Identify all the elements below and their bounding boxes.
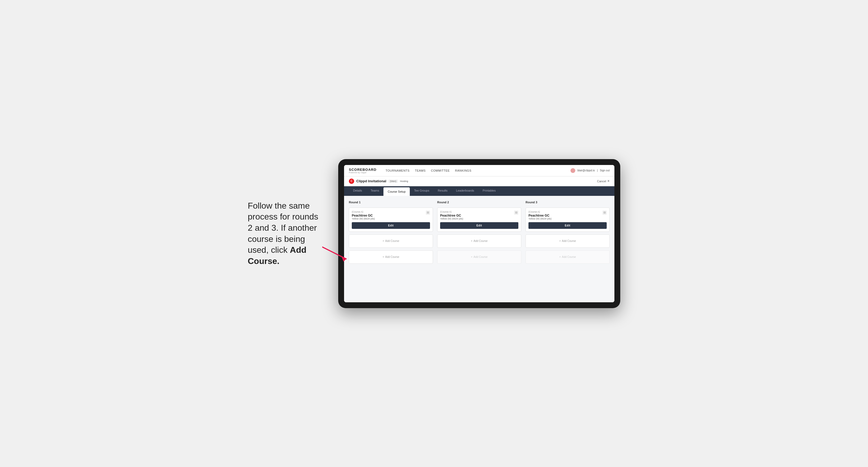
tournament-name: Clippd Invitational	[356, 179, 386, 183]
page-wrapper: Follow the same process for rounds 2 and…	[248, 159, 620, 308]
tab-leaderboards[interactable]: Leaderboards	[452, 186, 478, 196]
edit-course-button[interactable]: Edit	[440, 222, 518, 229]
add-course-button-r3-slot1[interactable]: + Add Course	[526, 235, 610, 248]
nav-separator: |	[597, 169, 598, 172]
tab-course-setup[interactable]: Course Setup	[383, 187, 410, 196]
plus-icon: +	[559, 255, 561, 258]
rounds-grid: Round 1 (Course A) Peachtree GC Yellow (…	[349, 200, 610, 264]
course-tag: (Course A)	[440, 211, 463, 213]
plus-icon: +	[471, 255, 473, 258]
plus-icon: +	[559, 240, 561, 242]
round-2-label: Round 2	[437, 200, 521, 204]
tab-tee-groups[interactable]: Tee Groups	[410, 186, 433, 196]
round-2-column: Round 2 (Course A) Peachtree GC Yellow (…	[437, 200, 521, 264]
delete-course-icon[interactable]: ⊟	[426, 211, 430, 215]
round-1-column: Round 1 (Course A) Peachtree GC Yellow (…	[349, 200, 433, 264]
course-card-header: (Course A) Peachtree GC Yellow (M) (6629…	[528, 211, 607, 220]
course-name: Peachtree GC	[440, 214, 463, 217]
add-course-button-r3-slot2: + Add Course	[526, 250, 610, 264]
course-tee: Yellow (M) (6629 yds)	[352, 217, 375, 220]
add-course-label: Add Course	[385, 240, 399, 242]
add-course-label: Add Course	[562, 255, 576, 258]
course-name: Peachtree GC	[528, 214, 552, 217]
course-tee: Yellow (M) (6629 yds)	[528, 217, 552, 220]
tournament-gender: (Men)	[389, 180, 398, 183]
add-course-label: Add Course	[562, 240, 576, 242]
round-3-label: Round 3	[526, 200, 610, 204]
tab-printables[interactable]: Printables	[478, 186, 500, 196]
plus-icon: +	[383, 255, 384, 258]
logo-title: SCOREBOARD	[349, 168, 376, 172]
sign-out-link[interactable]: Sign out	[600, 169, 610, 172]
round-1-course-card: (Course A) Peachtree GC Yellow (M) (6629…	[349, 208, 433, 232]
course-tag: (Course A)	[352, 211, 375, 213]
nav-committee[interactable]: COMMITTEE	[431, 169, 450, 172]
user-email: blair@clippd.io	[578, 169, 595, 172]
instruction-text: Follow the same process for rounds 2 and…	[248, 200, 322, 267]
close-icon: ✕	[607, 179, 610, 183]
delete-course-icon[interactable]: ⊟	[602, 211, 607, 215]
course-tee: Yellow (M) (6629 yds)	[440, 217, 463, 220]
course-card-header: (Course A) Peachtree GC Yellow (M) (6629…	[352, 211, 430, 220]
tablet-frame: SCOREBOARD Powered by clippd TOURNAMENTS…	[338, 159, 620, 308]
add-course-button-r1-slot1[interactable]: + Add Course	[349, 235, 433, 248]
sub-header-left: C Clippd Invitational (Men) Hosting	[349, 179, 408, 184]
plus-icon: +	[471, 240, 473, 242]
cancel-button[interactable]: Cancel ✕	[597, 179, 610, 183]
tab-bar: Details Teams Course Setup Tee Groups Re…	[344, 186, 614, 196]
course-info: (Course A) Peachtree GC Yellow (M) (6629…	[440, 211, 463, 220]
sub-header: C Clippd Invitational (Men) Hosting Canc…	[344, 177, 614, 186]
tab-details[interactable]: Details	[349, 186, 366, 196]
tab-teams[interactable]: Teams	[366, 186, 383, 196]
nav-teams[interactable]: TEAMS	[415, 169, 426, 172]
round-3-column: Round 3 (Course A) Peachtree GC Yellow (…	[526, 200, 610, 264]
nav-rankings[interactable]: RANKINGS	[455, 169, 471, 172]
add-course-button-r1-slot2[interactable]: + Add Course	[349, 250, 433, 264]
top-nav-links: TOURNAMENTS TEAMS COMMITTEE RANKINGS	[385, 169, 564, 172]
course-info: (Course A) Peachtree GC Yellow (M) (6629…	[352, 211, 375, 220]
hosting-badge: Hosting	[400, 180, 408, 183]
plus-icon: +	[383, 240, 384, 242]
course-name: Peachtree GC	[352, 214, 375, 217]
content-area: Round 1 (Course A) Peachtree GC Yellow (…	[344, 196, 614, 302]
user-avatar	[570, 168, 575, 173]
course-card-header: (Course A) Peachtree GC Yellow (M) (6629…	[440, 211, 518, 220]
add-course-label: Add Course	[474, 240, 488, 242]
delete-course-icon[interactable]: ⊟	[514, 211, 518, 215]
edit-course-button[interactable]: Edit	[528, 222, 607, 229]
course-tag: (Course A)	[528, 211, 552, 213]
add-course-label: Add Course	[474, 255, 488, 258]
edit-course-button[interactable]: Edit	[352, 222, 430, 229]
course-info: (Course A) Peachtree GC Yellow (M) (6629…	[528, 211, 552, 220]
logo-subtitle: Powered by clippd	[349, 172, 376, 174]
round-1-label: Round 1	[349, 200, 433, 204]
scoreboard-logo: SCOREBOARD Powered by clippd	[349, 168, 376, 174]
round-3-course-card: (Course A) Peachtree GC Yellow (M) (6629…	[526, 208, 610, 232]
add-course-button-r2-slot1[interactable]: + Add Course	[437, 235, 521, 248]
top-nav-right: blair@clippd.io | Sign out	[570, 168, 610, 173]
add-course-button-r2-slot2: + Add Course	[437, 250, 521, 264]
top-nav: SCOREBOARD Powered by clippd TOURNAMENTS…	[344, 165, 614, 177]
tab-results[interactable]: Results	[433, 186, 452, 196]
tablet-screen: SCOREBOARD Powered by clippd TOURNAMENTS…	[344, 165, 614, 302]
clippd-icon: C	[349, 179, 354, 184]
round-2-course-card: (Course A) Peachtree GC Yellow (M) (6629…	[437, 208, 521, 232]
nav-tournaments[interactable]: TOURNAMENTS	[385, 169, 409, 172]
add-course-label: Add Course	[385, 255, 399, 258]
